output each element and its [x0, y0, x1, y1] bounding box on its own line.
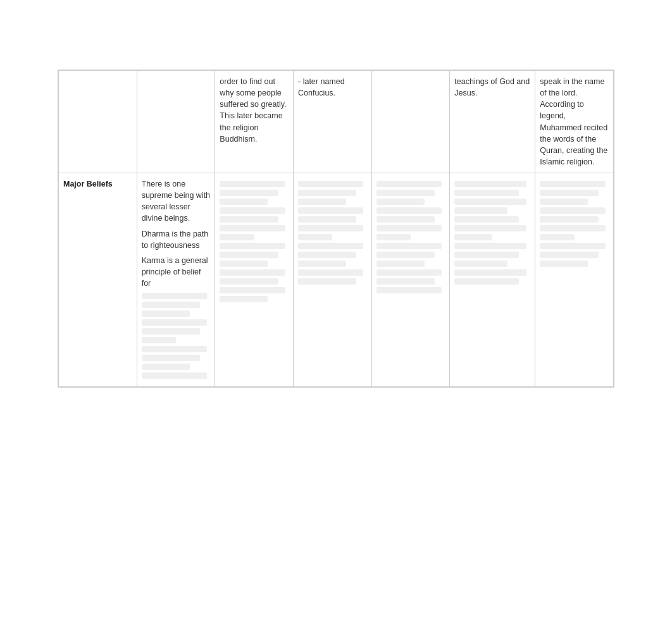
blurred-line [298, 181, 363, 187]
blurred-line [454, 269, 526, 276]
blurred-line [454, 234, 492, 240]
blurred-line [142, 302, 200, 308]
blurred-line [540, 225, 605, 231]
blurred-line [540, 243, 605, 249]
blurred-line [454, 207, 507, 214]
blurred-line [376, 252, 435, 258]
blurred-line [220, 252, 278, 258]
blurred-line [220, 199, 268, 205]
blurred-line [540, 252, 598, 258]
blurred-line [376, 207, 442, 214]
religions-comparison-table: order to find out why some people suffer… [58, 70, 614, 387]
blurred-line [298, 243, 363, 249]
blurred-line [454, 190, 519, 196]
blurred-line [220, 296, 268, 302]
blurred-line [142, 364, 190, 370]
blurred-line [540, 261, 588, 267]
blurred-line [376, 199, 425, 205]
blurred-line [454, 261, 507, 267]
cell-label-top [59, 71, 137, 173]
blurred-line [298, 252, 356, 258]
blurred-line [298, 234, 332, 240]
blurred-line [220, 269, 285, 276]
cell-label-major-beliefs: Major Beliefs [59, 173, 137, 387]
comparison-table-wrapper: order to find out why some people suffer… [58, 70, 614, 388]
cell-islam-top: speak in the name of the lord. According… [535, 71, 614, 173]
blurred-line [220, 190, 278, 196]
blurred-line [454, 252, 519, 258]
cell-christianity-major-beliefs [450, 173, 535, 387]
buddhism-top-text: order to find out why some people suffer… [220, 76, 289, 145]
blurred-line [376, 181, 442, 187]
blurred-line [220, 225, 285, 231]
cell-buddhism-top: order to find out why some people suffer… [215, 71, 294, 173]
blurred-line [220, 261, 268, 267]
blurred-line [142, 372, 207, 379]
blurred-line [376, 225, 442, 231]
blurred-line [454, 199, 526, 205]
blurred-line [220, 287, 285, 293]
blurred-line [540, 199, 588, 205]
blurred-line [540, 181, 605, 187]
cell-hinduism-major-beliefs: There is one supreme being with several … [137, 173, 215, 387]
blurred-line [220, 278, 278, 285]
blurred-line [142, 319, 207, 326]
blurred-line [142, 310, 190, 317]
hinduism-major-beliefs-text: There is one supreme being with several … [142, 178, 211, 379]
blurred-line [298, 199, 346, 205]
blurred-line [454, 243, 526, 249]
blurred-line [142, 328, 200, 335]
blurred-line [142, 346, 207, 352]
islam-top-text: speak in the name of the lord. According… [540, 76, 609, 168]
cell-confucianism-major-beliefs [294, 173, 372, 387]
blurred-line [220, 181, 285, 187]
table-row-major-beliefs: Major Beliefs There is one supreme being… [59, 173, 614, 387]
blurred-line [220, 207, 285, 214]
cell-christianity-top: teachings of God and Jesus. [450, 71, 535, 173]
christianity-top-text: teachings of God and Jesus. [454, 76, 530, 99]
confucianism-top-text: - later named Confucius. [298, 76, 367, 99]
blurred-line [142, 337, 176, 343]
cell-hinduism-top [137, 71, 215, 173]
blurred-line [454, 216, 519, 223]
page-container: order to find out why some people suffer… [0, 0, 672, 633]
blurred-line [298, 225, 363, 231]
blurred-line [376, 216, 435, 223]
blurred-line [298, 269, 363, 276]
blurred-line [540, 190, 598, 196]
blurred-line [376, 261, 425, 267]
blurred-line [298, 190, 356, 196]
table-row-top: order to find out why some people suffer… [59, 71, 614, 173]
cell-judaism-top [371, 71, 450, 173]
blurred-line [454, 181, 526, 187]
cell-islam-major-beliefs [535, 173, 614, 387]
blurred-line [376, 278, 435, 285]
blurred-line [540, 234, 574, 240]
blurred-line [376, 234, 411, 240]
blurred-line [376, 243, 442, 249]
blurred-line [454, 278, 519, 285]
blurred-line [376, 287, 442, 293]
blurred-line [540, 216, 598, 223]
blurred-line [220, 243, 285, 249]
blurred-line [298, 216, 356, 223]
blurred-line [220, 234, 254, 240]
cell-judaism-major-beliefs [371, 173, 450, 387]
blurred-line [142, 355, 200, 361]
cell-buddhism-major-beliefs [215, 173, 294, 387]
blurred-line [376, 190, 435, 196]
blurred-line [540, 207, 605, 214]
blurred-line [454, 225, 526, 231]
blurred-line [298, 207, 363, 214]
blurred-line [298, 278, 356, 285]
blurred-line [220, 216, 278, 223]
blurred-line [376, 269, 442, 276]
blurred-line [142, 293, 207, 299]
cell-confucianism-top: - later named Confucius. [294, 71, 372, 173]
blurred-line [298, 261, 346, 267]
